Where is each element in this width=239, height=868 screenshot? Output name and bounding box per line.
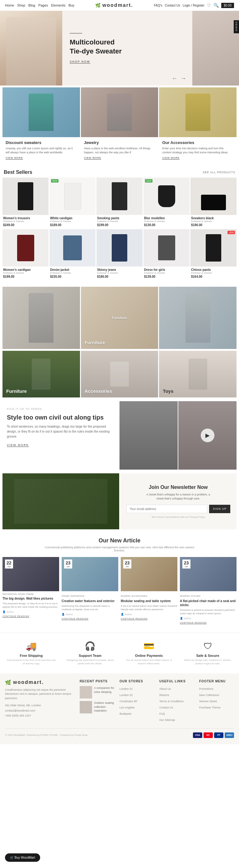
cart-icon[interactable]: $0.00 — [221, 3, 234, 8]
article-card[interactable]: 23 Jan MODERN, KITCHEN A flat-picked cha… — [180, 557, 237, 626]
footer-menu-3[interactable]: Women Street — [199, 700, 217, 703]
continue-reading[interactable]: CONTINUE READING — [62, 618, 88, 620]
footer-menu-2[interactable]: New Collections — [199, 693, 219, 696]
feature-shipping: 🚚 Free Shipping Fast products to the lev… — [2, 638, 60, 668]
footer-link-3[interactable]: Terms & Conditions — [159, 700, 184, 703]
footer-logo[interactable]: 🌿 woodmart. — [5, 680, 75, 685]
cat-lighting[interactable]: Furniture — [2, 351, 80, 398]
article-day: 23 — [184, 560, 189, 565]
article-card[interactable]: 23 Jan MODERN, ACCESSORIES Modular seati… — [121, 557, 177, 626]
nav-logo-text[interactable]: woodmart. — [102, 2, 133, 8]
footer-link-2[interactable]: Returns — [159, 693, 169, 696]
hero-prev[interactable]: ← — [172, 75, 177, 82]
wishlist-icon[interactable]: ♡ — [207, 3, 211, 8]
product-price: $249.00 — [3, 223, 48, 227]
promo-discount-link[interactable]: VIEW MORE — [6, 156, 23, 159]
nav-faqs[interactable]: FAQ's — [154, 4, 162, 7]
nav-login[interactable]: Login / Register — [183, 4, 205, 7]
footer-store-2[interactable]: London 02 — [119, 693, 133, 696]
article-tags: DECORATION, ROOM, FRAME — [2, 593, 59, 595]
articles-subtitle: Commercial publishing platforms and cont… — [42, 546, 197, 552]
newsletter-desc: A closet that's unhappy for a reason is … — [144, 493, 213, 501]
payment-visa: VISA — [193, 733, 202, 738]
feature-payments: 💳 Online Payments You do sound tuituor a… — [120, 638, 178, 668]
article-day: 23 — [125, 560, 130, 565]
article-tags: MODERN, KITCHEN — [180, 593, 237, 598]
product-brand: Knitwear & Sweats — [97, 220, 142, 223]
article-excerpt: A set a to valued tuituor and vitatis ma… — [121, 604, 177, 611]
product-item[interactable]: Smoking pants Knitwear & Sweats $199.00 — [96, 178, 143, 228]
cat-toys[interactable]: Toys — [159, 351, 237, 398]
newsletter-signup-button[interactable]: SIGN UP — [209, 505, 230, 513]
nav-contact[interactable]: Contact Us — [165, 4, 180, 7]
nav-pages[interactable]: Pages — [38, 3, 48, 7]
style-text-block: Pick it up to speed Style too own civil … — [2, 401, 119, 470]
product-name: Chinos pants — [191, 268, 236, 272]
payment-icons: VISA MC PP AMEX — [193, 733, 234, 738]
article-date-badge: 23 Jan — [182, 559, 190, 568]
product-item[interactable]: NEW White cardigan Knitwear & Sweats $18… — [50, 178, 95, 228]
article-card[interactable]: 23 Jan FRAME, INSPIRATION Creative water… — [62, 557, 118, 626]
features-section: 🚚 Free Shipping Fast products to the lev… — [0, 632, 239, 673]
product-item[interactable]: Women's trousers Knitwear & Sweats $249.… — [2, 178, 49, 228]
product-item[interactable]: Sneakers black Knitwear & Sweats $196.00 — [190, 178, 237, 228]
badge-new: NEW — [51, 179, 59, 183]
search-icon[interactable]: 🔍 — [213, 3, 219, 8]
product-brand: Knitwear & Sweats — [50, 272, 95, 274]
cat-banner-furniture[interactable]: Furniture Furniture — [81, 287, 158, 349]
footer-store-4[interactable]: Los Angeles — [119, 706, 135, 709]
footer-post-1[interactable]: A companion for extra sleeping — [80, 686, 115, 699]
continue-reading[interactable]: CONTINUE READING — [180, 622, 207, 624]
nav-home[interactable]: Home — [5, 3, 14, 7]
nav-buy[interactable]: Buy — [68, 3, 74, 7]
footer-link-4[interactable]: Contact Us — [159, 706, 173, 709]
see-all-products[interactable]: SEE ALL PRODUCTS — [203, 171, 235, 174]
nav-elements[interactable]: Elements — [51, 3, 65, 7]
articles-grid: 22 Jan DECORATION, ROOM, FRAME The big d… — [2, 557, 237, 626]
product-item[interactable]: -20% Chinos pants Knitwear & Sweats $164… — [190, 229, 237, 280]
style-view-more[interactable]: VIEW MORE — [7, 443, 29, 447]
product-item[interactable]: Denim jacket Knitwear & Sweats $235.00 — [50, 229, 95, 280]
promo-jewelry-link[interactable]: VIEW MORE — [84, 156, 101, 159]
hero-nav-arrows: ← → — [172, 75, 186, 82]
cat-banner-accessories-person[interactable] — [159, 287, 237, 349]
footer-menu-4[interactable]: Purchase Theme — [199, 706, 220, 709]
footer-menu-1[interactable]: Promotions — [199, 687, 213, 690]
product-item[interactable]: Women's cardigan Knitwear & Sweats $199.… — [2, 229, 49, 280]
footer-link-6[interactable]: Our Sitemap — [159, 718, 175, 721]
feature-title: Free Shipping — [6, 654, 57, 657]
footer-address-line2: contact@woodmart.com — [5, 708, 75, 713]
article-date-badge: 22 Jan — [5, 559, 13, 568]
promo-jewelry-title: Jewelry — [84, 140, 155, 145]
product-price: $199.00 — [3, 275, 48, 278]
product-name: Dress for girls — [144, 268, 189, 272]
hero-next[interactable]: → — [180, 75, 186, 82]
product-item[interactable]: Dress for girls Knitwear & Sweats $139.0… — [144, 229, 189, 280]
article-card[interactable]: 22 Jan DECORATION, ROOM, FRAME The big d… — [2, 557, 59, 626]
cat-accessories[interactable]: Accessories — [81, 351, 158, 398]
payments-icon: 💳 — [123, 641, 175, 651]
continue-reading[interactable]: CONTINUE READING — [2, 615, 29, 618]
nav-shop[interactable]: Shop — [17, 3, 25, 7]
footer-link-1[interactable]: About Us — [159, 687, 171, 690]
article-author: 👤Author — [2, 611, 59, 613]
footer-store-1[interactable]: London 01 — [119, 687, 133, 690]
product-item[interactable]: Skinny jeans Knitwear & Sweats $186.00 — [96, 229, 143, 280]
hero-shop-now[interactable]: SHOP NOW — [70, 60, 90, 63]
nav-blog[interactable]: Blog — [28, 3, 35, 7]
footer-post-2[interactable]: Outdoor seating collection inspiration — [80, 701, 115, 713]
continue-reading[interactable]: CONTINUE READING — [121, 618, 148, 620]
footer-store-3[interactable]: Condinator BF — [119, 700, 138, 703]
footer-link-5[interactable]: FAQ — [159, 712, 165, 715]
style-img-2[interactable]: ▶ — [178, 401, 237, 470]
style-text: To short sentences, so many headings, dr… — [7, 424, 115, 439]
cat-banner-person[interactable] — [2, 287, 80, 349]
payment-amex: AMEX — [225, 733, 234, 738]
play-button[interactable]: ▶ — [201, 429, 214, 442]
footer-store-5[interactable]: Budapest — [119, 712, 131, 715]
secure-icon: 🛡 — [182, 641, 233, 651]
article-image-2: 23 Jan — [62, 557, 118, 591]
promo-accessories-link[interactable]: VIEW MORE — [162, 156, 180, 159]
newsletter-email-input[interactable] — [126, 505, 207, 513]
product-item[interactable]: NEW Blur modellen Knitwear & Sweats $130… — [144, 178, 189, 228]
